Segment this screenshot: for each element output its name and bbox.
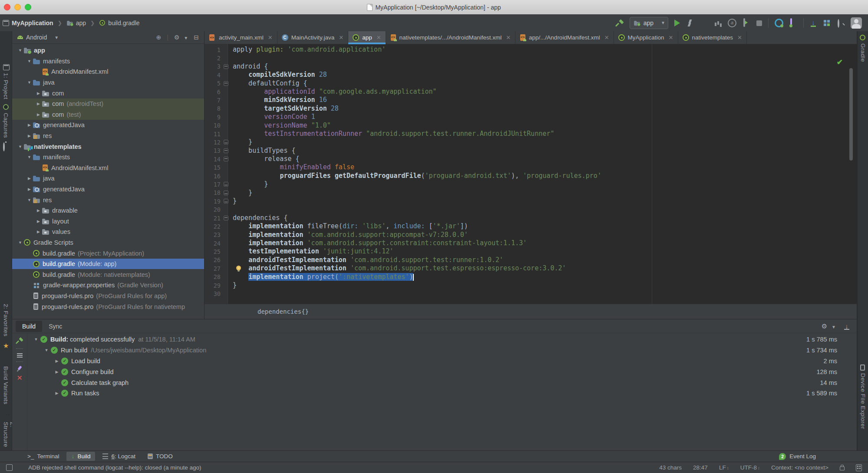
fold-end-icon[interactable]	[224, 199, 228, 204]
pin-icon[interactable]	[17, 366, 22, 371]
code-text[interactable]: versionCode 1	[229, 113, 315, 121]
status-context[interactable]: Context: <no context>	[771, 464, 828, 471]
code-line[interactable]: 16 proguardFiles getDefaultProguardFile(…	[205, 172, 857, 180]
code-text[interactable]: versionName "1.0"	[229, 122, 331, 130]
code-line[interactable]: 19}	[205, 197, 857, 205]
code-line[interactable]: 22 implementation fileTree(dir: 'libs', …	[205, 222, 857, 230]
tree-row[interactable]: ▶layout	[12, 216, 204, 227]
tree-down-arrow-icon[interactable]: ▼	[17, 145, 24, 149]
tree-right-arrow-icon[interactable]: ▶	[26, 187, 33, 191]
code-text[interactable]: compileSdkVersion 28	[229, 71, 327, 79]
tree-right-arrow-icon[interactable]: ▶	[53, 370, 61, 374]
code-text[interactable]: implementation 'com.android.support.cons…	[229, 239, 527, 247]
tool-window-toggle-icon[interactable]	[6, 464, 13, 471]
code-text[interactable]: minSdkVersion 16	[229, 96, 327, 104]
tree-right-arrow-icon[interactable]: ▶	[26, 134, 33, 138]
tree-right-arrow-icon[interactable]: ▶	[53, 391, 61, 395]
fold-collapse-icon[interactable]	[224, 64, 228, 69]
tool-window-button-terminal[interactable]: >_Terminal	[23, 452, 64, 461]
code-text[interactable]: testImplementation 'junit:junit:4.12'	[229, 247, 393, 256]
code-line[interactable]: 20	[205, 205, 857, 214]
code-line[interactable]: 21dependencies {	[205, 214, 857, 222]
tree-row[interactable]: ▶generatedJava	[12, 120, 204, 131]
code-text[interactable]: }	[229, 197, 237, 205]
editor-tab[interactable]: activity_main.xml✕	[205, 31, 277, 44]
tree-down-arrow-icon[interactable]: ▼	[26, 198, 33, 202]
code-line[interactable]: 1apply plugin: 'com.android.application'	[205, 46, 857, 54]
code-line[interactable]: 8 targetSdkVersion 28	[205, 105, 857, 113]
gear-icon[interactable]: ⚙▼	[174, 34, 188, 41]
inspection-ok-icon[interactable]: ✔	[837, 58, 843, 67]
editor-tab[interactable]: nativetemplates✕	[678, 31, 747, 44]
tree-row[interactable]: proguard-rules.pro(ProGuard Rules for na…	[12, 301, 204, 312]
tool-window-button-logcat[interactable]: 6: Logcat	[98, 452, 140, 461]
tree-down-arrow-icon[interactable]: ▼	[26, 80, 33, 85]
close-icon[interactable]: ✕	[506, 34, 511, 41]
code-line[interactable]: 30	[205, 289, 857, 298]
close-icon[interactable]: ✕	[604, 34, 609, 41]
tree-row[interactable]: ▶java	[12, 173, 204, 184]
tool-button-favorites[interactable]: 2: Favorites	[3, 304, 9, 336]
code-line[interactable]: 25 testImplementation 'junit:junit:4.12'	[205, 247, 857, 256]
tree-right-arrow-icon[interactable]: ▶	[35, 219, 42, 223]
code-text[interactable]: apply plugin: 'com.android.application'	[229, 46, 386, 54]
tree-row[interactable]: ▼nativetemplates	[12, 141, 204, 152]
tree-row[interactable]: ▼manifests	[12, 152, 204, 163]
tree-down-arrow-icon[interactable]: ▼	[17, 48, 24, 53]
tree-row[interactable]: build.gradle(Module: nativetemplates)	[12, 269, 204, 280]
code-line[interactable]: 15 minifyEnabled false	[205, 163, 857, 171]
editor-scrollbar[interactable]	[849, 68, 853, 161]
status-encoding[interactable]: UTF-8↕	[740, 464, 760, 471]
code-line[interactable]: 14 release {	[205, 155, 857, 163]
gradle-icon[interactable]	[860, 35, 865, 40]
code-line[interactable]: 29}	[205, 281, 857, 289]
tool-button-device-file-explorer[interactable]: Device File Explorer	[860, 373, 866, 429]
tree-row[interactable]: ▼manifests	[12, 56, 204, 67]
fold-end-icon[interactable]	[224, 182, 228, 187]
fold-end-icon[interactable]	[224, 140, 228, 145]
code-line[interactable]: 24 implementation 'com.android.support.c…	[205, 239, 857, 247]
close-icon[interactable]: ✕	[737, 34, 742, 41]
code-line[interactable]: 28 implementation project(':nativetempla…	[205, 273, 857, 281]
device-manager-icon[interactable]	[790, 18, 792, 27]
fold-collapse-icon[interactable]	[224, 148, 228, 153]
device-file-explorer-icon[interactable]	[860, 365, 865, 371]
hide-panel-icon[interactable]: ⊟	[194, 34, 199, 41]
editor-tab[interactable]: app✕	[348, 31, 386, 44]
tool-button-gradle[interactable]: Gradle	[860, 43, 866, 62]
tool-button-captures[interactable]: Captures	[3, 113, 9, 138]
tree-row[interactable]: build.gradle(Project: MyApplication)	[12, 248, 204, 259]
tree-right-arrow-icon[interactable]: ▶	[26, 123, 33, 127]
indicator-icon[interactable]	[856, 464, 862, 471]
run-on-device-icon[interactable]	[743, 18, 745, 27]
editor-tab[interactable]: nativetemplates/.../AndroidManifest.xml✕	[386, 31, 516, 44]
code-line[interactable]: 11 testInstrumentationRunner "android.su…	[205, 130, 857, 138]
tree-down-arrow-icon[interactable]: ▼	[32, 337, 40, 342]
tree-right-arrow-icon[interactable]: ▶	[35, 230, 42, 234]
tool-window-button-build[interactable]: ↓Build	[66, 452, 95, 461]
code-line[interactable]: 4 compileSdkVersion 28	[205, 71, 857, 79]
tree-right-arrow-icon[interactable]: ▶	[35, 208, 42, 213]
tree-row[interactable]: ▶res	[12, 131, 204, 141]
tree-down-arrow-icon[interactable]: ▼	[26, 59, 33, 63]
sdk-manager-icon[interactable]: ↓	[810, 19, 817, 27]
code-text[interactable]: android {	[229, 62, 268, 71]
tree-down-arrow-icon[interactable]: ▼	[42, 348, 51, 352]
code-text[interactable]: testInstrumentationRunner "android.suppo…	[229, 130, 554, 138]
attach-profiler-icon[interactable]: a	[728, 19, 736, 27]
tree-row[interactable]: gradle-wrapper.properties(Gradle Version…	[12, 280, 204, 291]
code-text[interactable]: androidTestImplementation 'com.android.s…	[229, 264, 566, 273]
tree-row[interactable]: ▶com	[12, 88, 204, 99]
tree-down-arrow-icon[interactable]: ▼	[17, 240, 24, 245]
code-line[interactable]: 26 androidTestImplementation 'com.androi…	[205, 256, 857, 264]
tree-row[interactable]: proguard-rules.pro(ProGuard Rules for ap…	[12, 291, 204, 302]
avatar[interactable]	[851, 17, 862, 29]
status-line-separator[interactable]: LF↕	[719, 464, 729, 471]
build-tree-row[interactable]: ▶✓Run tasks1 s 589 ms	[27, 388, 857, 399]
breadcrumb-project[interactable]: MyApplication	[12, 20, 53, 26]
tool-window-button-todo[interactable]: TODO	[143, 452, 178, 461]
code-line[interactable]: 12 }	[205, 138, 857, 146]
project-view-selector[interactable]: Android	[26, 34, 47, 41]
code-text[interactable]: }	[229, 189, 252, 197]
favorites-star-icon[interactable]: ★	[3, 342, 9, 350]
